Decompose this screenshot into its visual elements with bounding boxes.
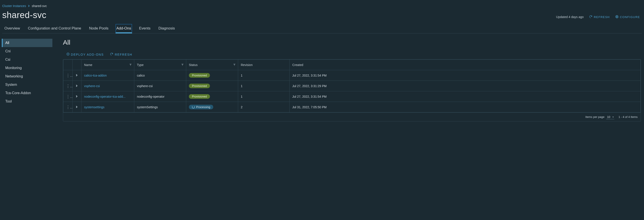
sidebar-item-tca-core-addon[interactable]: Tca-Core-Addon: [2, 89, 52, 97]
table-row: ⋮calico-tca-addoncalicoProvisioned1Jul 2…: [64, 70, 641, 81]
addon-created: Jul 31, 2022, 7:05:50 PM: [290, 102, 641, 112]
column-header-name-label: Name: [84, 63, 92, 67]
table-refresh-button[interactable]: REFRESH: [110, 52, 132, 56]
row-expand-toggle[interactable]: [73, 70, 82, 81]
addons-table: Name Type Status: [63, 59, 641, 122]
sidebar-item-networking[interactable]: Networking: [2, 72, 52, 80]
addon-type: nodeconfig-operator: [134, 91, 186, 102]
tab-events[interactable]: Events: [138, 24, 152, 33]
refresh-button[interactable]: REFRESH: [589, 15, 610, 19]
row-expand-toggle[interactable]: [73, 102, 82, 112]
filter-icon[interactable]: [129, 63, 132, 67]
row-expand-toggle[interactable]: [73, 91, 82, 102]
addon-status: Provisioned: [186, 70, 238, 81]
row-actions-menu[interactable]: ⋮: [64, 102, 73, 112]
column-header-type[interactable]: Type: [134, 60, 186, 70]
column-header-revision-label: Revision: [241, 63, 253, 67]
addon-name-link[interactable]: calico-tca-addon: [84, 74, 107, 77]
section-heading: All: [63, 39, 641, 46]
addon-type: calico: [134, 70, 186, 81]
row-expand-toggle[interactable]: [73, 81, 82, 91]
addon-created: Jul 27, 2022, 3:31:29 PM: [290, 81, 641, 91]
column-header-status-label: Status: [189, 63, 198, 67]
page-title: shared-svc: [2, 10, 46, 20]
svg-point-0: [616, 16, 617, 17]
refresh-label: REFRESH: [594, 16, 610, 19]
sidebar: All Cni Csi Monitoring Networking System…: [2, 39, 52, 122]
breadcrumb-current: shared-svc: [32, 4, 47, 8]
breadcrumb: Cluster Instances shared-svc: [2, 4, 642, 8]
sidebar-item-monitoring[interactable]: Monitoring: [2, 64, 52, 72]
status-badge: Processing: [189, 105, 213, 109]
deploy-add-ons-button[interactable]: DEPLOY ADD-ONS: [66, 52, 104, 56]
gear-icon: [615, 15, 619, 19]
row-actions-menu[interactable]: ⋮: [64, 91, 73, 102]
addon-status: Processing: [186, 102, 238, 112]
status-badge: Provisioned: [189, 84, 210, 88]
filter-icon[interactable]: [233, 63, 236, 67]
addon-status: Provisioned: [186, 81, 238, 91]
configure-button[interactable]: CONFIGURE: [615, 15, 640, 19]
items-per-page-label: Items per page: [586, 115, 604, 118]
tab-add-ons[interactable]: Add-Ons: [116, 24, 132, 33]
addon-name-link[interactable]: vsphere-csi: [84, 84, 100, 88]
addon-created: Jul 27, 2022, 3:31:54 PM: [290, 70, 641, 81]
tab-diagnosis[interactable]: Diagnosis: [158, 24, 176, 33]
tab-config-cp[interactable]: Configuration and Control Plane: [27, 24, 82, 33]
addon-revision: 1: [238, 91, 290, 102]
sidebar-item-cni[interactable]: Cni: [2, 47, 52, 56]
table-footer: Items per page 10 ▾ 1 - 4 of 4 Items: [63, 112, 641, 121]
column-header-created[interactable]: Created: [290, 60, 641, 70]
chevron-right-icon: [28, 4, 30, 8]
addon-type: vsphere-csi: [134, 81, 186, 91]
tab-node-pools[interactable]: Node Pools: [88, 24, 110, 33]
page-size-select[interactable]: 10: [606, 115, 614, 119]
addon-created: Jul 27, 2022, 3:31:54 PM: [290, 91, 641, 102]
spinner-icon: [192, 106, 195, 108]
configure-label: CONFIGURE: [620, 16, 640, 19]
tab-overview[interactable]: Overview: [4, 24, 21, 33]
sidebar-item-tool[interactable]: Tool: [2, 97, 52, 106]
column-header-expand: [73, 60, 82, 70]
addon-type: systemSettings: [134, 102, 186, 112]
addon-revision: 2: [238, 102, 290, 112]
addon-name-link[interactable]: nodeconfig-operator-tca-add...: [84, 95, 126, 98]
column-header-type-label: Type: [137, 63, 144, 67]
table-refresh-label: REFRESH: [115, 53, 132, 56]
breadcrumb-root-link[interactable]: Cluster Instances: [2, 4, 26, 8]
row-actions-menu[interactable]: ⋮: [64, 81, 73, 91]
addon-revision: 1: [238, 81, 290, 91]
deploy-label: DEPLOY ADD-ONS: [71, 53, 104, 56]
refresh-icon: [589, 15, 592, 19]
status-badge: Provisioned: [189, 73, 210, 78]
addon-name-link[interactable]: systemsettings: [84, 106, 104, 109]
addon-status: Provisioned: [186, 91, 238, 102]
pagination-range: 1 - 4 of 4 Items: [618, 115, 638, 118]
row-actions-menu[interactable]: ⋮: [64, 70, 73, 81]
sidebar-item-system[interactable]: System: [2, 80, 52, 89]
column-header-revision[interactable]: Revision: [238, 60, 290, 70]
filter-icon[interactable]: [181, 63, 184, 67]
plus-icon: [66, 52, 70, 56]
column-header-name[interactable]: Name: [82, 60, 134, 70]
tab-bar: Overview Configuration and Control Plane…: [2, 24, 642, 34]
table-row: ⋮nodeconfig-operator-tca-add...nodeconfi…: [64, 91, 641, 102]
addon-revision: 1: [238, 70, 290, 81]
refresh-icon: [110, 52, 113, 56]
updated-timestamp: Updated 4 days ago: [556, 15, 584, 19]
column-header-created-label: Created: [292, 63, 303, 67]
column-header-status[interactable]: Status: [186, 60, 238, 70]
table-row: ⋮vsphere-csivsphere-csiProvisioned1Jul 2…: [64, 81, 641, 91]
sidebar-item-csi[interactable]: Csi: [2, 56, 52, 64]
sidebar-item-all[interactable]: All: [2, 39, 52, 47]
column-header-menu: [64, 60, 73, 70]
status-badge: Provisioned: [189, 94, 210, 99]
table-row: ⋮systemsettingssystemSettingsProcessing2…: [64, 102, 641, 112]
